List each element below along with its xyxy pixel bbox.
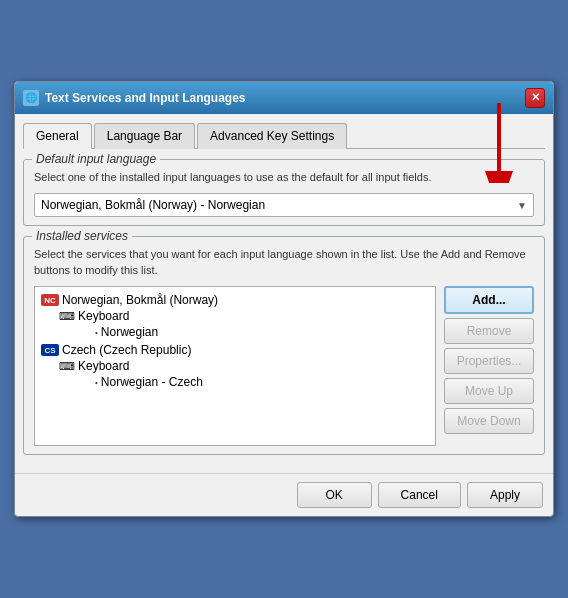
installed-services-desc: Select the services that you want for ea… [34,247,534,278]
tree-label-czech: Czech (Czech Republic) [62,343,191,357]
dropdown-arrow-icon: ▼ [517,200,527,211]
keyboard-icon-cz: ⌨ [59,360,75,373]
bullet-cz: • [95,378,98,387]
tree-row-keyboard-cz[interactable]: ⌨ Keyboard [57,358,431,374]
tree-label-keyboard-no: Keyboard [78,309,129,323]
tree-indent-keyboard-cz: ⌨ Keyboard • Norwegian - Czech [39,358,431,390]
title-bar: 🌐 Text Services and Input Languages ✕ [15,82,553,114]
tab-general[interactable]: General [23,123,92,149]
services-row: NC Norwegian, Bokmål (Norway) ⌨ Keyboard… [34,286,534,446]
dialog-window: 🌐 Text Services and Input Languages ✕ Ge… [14,81,554,517]
tree-row-czech[interactable]: CS Czech (Czech Republic) [39,342,431,358]
move-up-button[interactable]: Move Up [444,378,534,404]
tree-indent-keyboard-no: ⌨ Keyboard • Norwegian [39,308,431,340]
tree-row-keyboard-no[interactable]: ⌨ Keyboard [57,308,431,324]
remove-button[interactable]: Remove [444,318,534,344]
services-buttons: Add... Remove Properties... Move Up Move… [444,286,534,446]
services-tree[interactable]: NC Norwegian, Bokmål (Norway) ⌨ Keyboard… [34,286,436,446]
tree-label-keyboard-cz: Keyboard [78,359,129,373]
tree-indent-norwegian-kb: • Norwegian [57,324,431,340]
tree-indent-czech-kb: • Norwegian - Czech [57,374,431,390]
default-language-desc: Select one of the installed input langua… [34,170,534,185]
tabs-bar: General Language Bar Advanced Key Settin… [23,122,545,149]
flag-cs: CS [41,344,59,356]
tree-item-czech: CS Czech (Czech Republic) ⌨ Keyboard • [39,341,431,391]
flag-nc: NC [41,294,59,306]
tree-row-norwegian-kb[interactable]: • Norwegian [93,324,431,340]
keyboard-icon-no: ⌨ [59,310,75,323]
dropdown-value: Norwegian, Bokmål (Norway) - Norwegian [41,198,265,212]
default-language-label: Default input language [32,152,160,166]
installed-services-label: Installed services [32,229,132,243]
dialog-content: General Language Bar Advanced Key Settin… [15,114,553,473]
tree-row-norwegian[interactable]: NC Norwegian, Bokmål (Norway) [39,292,431,308]
apply-button[interactable]: Apply [467,482,543,508]
default-language-dropdown[interactable]: Norwegian, Bokmål (Norway) - Norwegian ▼ [34,193,534,217]
tree-label-czech-kb: Norwegian - Czech [101,375,203,389]
default-language-group: Default input language Select one of the… [23,159,545,226]
dialog-footer: OK Cancel Apply [15,473,553,516]
tab-advanced-key-settings[interactable]: Advanced Key Settings [197,123,347,149]
close-button[interactable]: ✕ [525,88,545,108]
dropdown-wrapper: Norwegian, Bokmål (Norway) - Norwegian ▼ [34,193,534,217]
bullet-no: • [95,328,98,337]
properties-button[interactable]: Properties... [444,348,534,374]
ok-button[interactable]: OK [297,482,372,508]
tab-language-bar[interactable]: Language Bar [94,123,195,149]
tree-label-norwegian: Norwegian, Bokmål (Norway) [62,293,218,307]
tree-item-norwegian: NC Norwegian, Bokmål (Norway) ⌨ Keyboard… [39,291,431,341]
cancel-button[interactable]: Cancel [378,482,461,508]
move-down-button[interactable]: Move Down [444,408,534,434]
installed-services-group: Installed services Select the services t… [23,236,545,455]
window-title: Text Services and Input Languages [45,91,246,105]
title-bar-left: 🌐 Text Services and Input Languages [23,90,246,106]
tree-row-czech-kb[interactable]: • Norwegian - Czech [93,374,431,390]
tree-label-norwegian-kb: Norwegian [101,325,158,339]
window-icon: 🌐 [23,90,39,106]
add-button[interactable]: Add... [444,286,534,314]
